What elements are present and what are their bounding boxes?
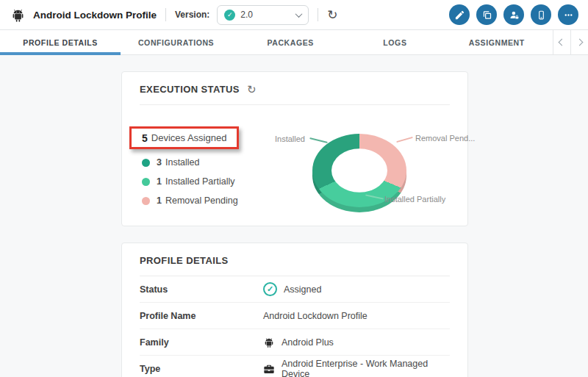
mobile-icon xyxy=(536,10,547,21)
profile-details-card: PROFILE DETAILS Status ✓ Assigned Profil… xyxy=(121,243,468,377)
tab-logs[interactable]: LOGS xyxy=(349,30,440,54)
chart-legend: 3 Installed 1 Installed Partially 1 Remo… xyxy=(142,153,238,210)
legend-label: Removal Pending xyxy=(165,195,238,206)
detail-value: Android Lockdown Profile xyxy=(263,311,368,321)
header: Android Lockdown Profile Version: ✓ 2.0 … xyxy=(0,0,588,30)
more-button[interactable] xyxy=(558,4,578,25)
divider xyxy=(318,8,318,21)
refresh-icon[interactable]: ↻ xyxy=(247,84,257,95)
detail-label: Status xyxy=(140,284,263,295)
callout-line-removal-pending xyxy=(396,137,413,143)
check-icon: ✓ xyxy=(224,10,235,21)
tab-bar: PROFILE DETAILS CONFIGURATIONS PACKAGES … xyxy=(0,30,588,55)
detail-row-family: Family Android xyxy=(140,329,450,356)
android-icon xyxy=(10,7,26,23)
legend-dot-removal-pending xyxy=(142,197,150,205)
tab-scroll-right-button[interactable] xyxy=(570,30,588,54)
check-circle-icon: ✓ xyxy=(263,282,277,296)
header-actions xyxy=(442,4,578,25)
callout-label-installed-partially: Installed Partially xyxy=(384,195,445,204)
detail-row-profile-name: Profile Name Android Lockdown Profile xyxy=(140,303,450,329)
assign-user-button[interactable] xyxy=(503,4,524,25)
briefcase-icon xyxy=(263,363,275,375)
legend-item-removal-pending: 1 Removal Pending xyxy=(142,191,238,210)
legend-item-installed-partially: 1 Installed Partially xyxy=(142,172,238,191)
legend-count: 1 xyxy=(157,176,162,187)
execution-status-title: EXECUTION STATUS xyxy=(140,84,240,95)
chevron-left-icon xyxy=(559,39,566,46)
ellipsis-icon xyxy=(563,10,574,21)
tab-profile-details[interactable]: PROFILE DETAILS xyxy=(0,30,121,54)
version-value: 2.0 xyxy=(240,10,296,20)
main-content: EXECUTION STATUS ↻ 5 Devices Assigned 3 … xyxy=(0,55,588,377)
devices-assigned-label: Devices Assigned xyxy=(151,132,227,143)
divider xyxy=(140,104,450,105)
legend-label: Installed xyxy=(165,157,200,168)
detail-label: Profile Name xyxy=(140,311,263,321)
android-icon xyxy=(263,337,275,348)
detail-value: Android Plus xyxy=(282,337,334,348)
legend-item-installed: 3 Installed xyxy=(142,153,238,172)
devices-assigned-annotation-box: 5 Devices Assigned xyxy=(129,126,239,149)
legend-label: Installed Partially xyxy=(165,176,235,187)
detail-value: Assigned xyxy=(284,284,321,295)
callout-line-installed xyxy=(309,137,328,143)
legend-dot-installed-partially xyxy=(142,178,150,186)
legend-count: 3 xyxy=(157,157,162,168)
callout-label-installed: Installed xyxy=(275,134,305,143)
user-lock-icon xyxy=(509,10,520,21)
detail-value: Android Enterprise - Work Managed Device xyxy=(282,359,450,377)
devices-assigned-count: 5 xyxy=(142,132,148,144)
refresh-icon[interactable]: ↻ xyxy=(327,9,337,21)
copy-button[interactable] xyxy=(476,4,497,25)
tab-scroll-left-button[interactable] xyxy=(553,30,570,54)
tab-assignment[interactable]: ASSIGNMENT xyxy=(440,30,553,54)
detail-row-status: Status ✓ Assigned xyxy=(140,276,450,303)
profile-details-title: PROFILE DETAILS xyxy=(140,255,229,266)
legend-dot-installed xyxy=(142,159,150,167)
detail-label: Family xyxy=(140,337,263,348)
detail-row-type: Type Android Enterprise - Work Managed D… xyxy=(140,356,450,377)
version-label: Version: xyxy=(175,10,209,20)
divider xyxy=(165,8,166,21)
page-title: Android Lockdown Profile xyxy=(33,10,157,21)
execution-status-card: EXECUTION STATUS ↻ 5 Devices Assigned 3 … xyxy=(121,71,468,226)
callout-label-removal-pending: Removal Pend... xyxy=(415,134,475,143)
tab-packages[interactable]: PACKAGES xyxy=(232,30,349,54)
copy-icon xyxy=(481,10,492,21)
edit-button[interactable] xyxy=(449,4,470,25)
legend-count: 1 xyxy=(157,195,162,206)
chevron-down-icon xyxy=(295,10,303,18)
pencil-icon xyxy=(454,10,465,21)
chevron-right-icon xyxy=(576,39,584,46)
version-dropdown[interactable]: ✓ 2.0 xyxy=(217,5,309,25)
detail-label: Type xyxy=(140,364,263,374)
assign-device-button[interactable] xyxy=(531,4,551,25)
tab-configurations[interactable]: CONFIGURATIONS xyxy=(121,30,232,54)
